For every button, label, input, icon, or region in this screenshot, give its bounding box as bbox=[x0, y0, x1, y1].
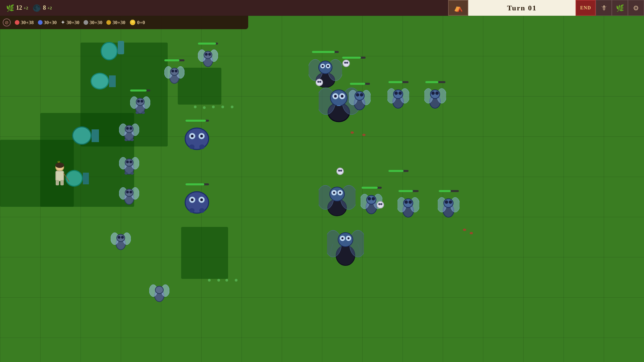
fly-entity-bottom[interactable] bbox=[149, 281, 169, 302]
fly-sprite-3 bbox=[119, 153, 139, 175]
tree-entity-2[interactable] bbox=[91, 73, 116, 89]
stat-coin-value: 0+0 bbox=[137, 20, 145, 25]
ground-item-7 bbox=[217, 279, 220, 282]
svg-point-28 bbox=[126, 191, 129, 193]
turn-label: Turn 01 bbox=[468, 0, 576, 16]
bigfly-entity-3[interactable] bbox=[327, 224, 364, 267]
svg-line-58 bbox=[64, 173, 69, 182]
svg-point-132 bbox=[445, 200, 448, 204]
svg-point-114 bbox=[333, 192, 335, 194]
svg-point-121 bbox=[372, 197, 375, 200]
svg-point-148 bbox=[337, 168, 343, 175]
bigfly-sprite-2 bbox=[319, 180, 356, 217]
settings-button[interactable]: ⚙ bbox=[628, 0, 644, 16]
svg-point-64 bbox=[189, 144, 195, 149]
leaf-value: 12 bbox=[16, 4, 22, 11]
fly-entity-top[interactable] bbox=[164, 59, 184, 84]
svg-point-72 bbox=[199, 208, 205, 213]
svg-point-107 bbox=[435, 92, 439, 95]
fly-entity-3[interactable] bbox=[119, 153, 139, 175]
resource-area: 🌿 12+2 🌑 8+2 bbox=[0, 3, 448, 13]
ground-item-red-2 bbox=[362, 134, 366, 136]
tree-entity-1[interactable] bbox=[101, 33, 124, 63]
leaf-resource: 🌿 12+2 bbox=[5, 3, 28, 13]
end-label: END bbox=[580, 5, 591, 11]
svg-point-147 bbox=[319, 81, 321, 83]
svg-point-140 bbox=[341, 237, 343, 239]
enemy-fly-3[interactable] bbox=[424, 81, 446, 109]
fly-sprite-5 bbox=[111, 229, 131, 250]
svg-point-15 bbox=[130, 138, 134, 141]
svg-point-115 bbox=[339, 192, 341, 194]
gray-dot bbox=[84, 20, 88, 25]
fly-entity-1[interactable] bbox=[130, 89, 150, 114]
enemy-fly-6[interactable] bbox=[438, 190, 460, 218]
bigfly-sprite-1 bbox=[309, 54, 342, 87]
ground-item-8 bbox=[225, 279, 228, 282]
tree-sprite-3 bbox=[72, 126, 99, 145]
fly-entity-5[interactable] bbox=[111, 229, 131, 250]
red-dot bbox=[15, 20, 19, 25]
svg-point-150 bbox=[340, 170, 342, 172]
svg-point-46 bbox=[205, 53, 208, 56]
fly-entity-center-top[interactable] bbox=[198, 43, 218, 67]
stat-gray-value: 30+30 bbox=[90, 20, 103, 25]
blob-entity-1[interactable] bbox=[183, 120, 211, 151]
fly-entity-4[interactable] bbox=[119, 183, 139, 205]
svg-point-144 bbox=[346, 62, 348, 64]
hero-entity[interactable]: ♛ bbox=[50, 160, 70, 187]
bigfly-entity-2[interactable] bbox=[319, 180, 356, 217]
svg-point-51 bbox=[155, 286, 163, 294]
seed-resource: 🌑 8+2 bbox=[32, 3, 52, 13]
stat-blue-value: 30+30 bbox=[44, 20, 57, 25]
seed-value: 8 bbox=[43, 4, 46, 11]
tree-entity-3[interactable] bbox=[72, 126, 99, 145]
end-turn-button[interactable]: END bbox=[576, 0, 596, 16]
camp-button[interactable]: ⛺ bbox=[448, 0, 468, 16]
enemy-fly-1[interactable] bbox=[349, 83, 371, 111]
enemy-fly-sprite-6 bbox=[438, 193, 460, 218]
game-canvas[interactable]: ♛ bbox=[0, 16, 644, 362]
ground-item-4 bbox=[221, 106, 224, 108]
small-creature-4[interactable] bbox=[376, 200, 385, 209]
svg-point-95 bbox=[360, 93, 363, 97]
svg-point-12 bbox=[126, 127, 129, 130]
enemy-fly-sprite-2 bbox=[387, 84, 409, 109]
seed-icon: 🌑 bbox=[32, 3, 42, 13]
svg-point-94 bbox=[356, 93, 359, 97]
enemy-fly-sprite-5 bbox=[397, 193, 419, 218]
small-creature-2[interactable] bbox=[315, 78, 324, 87]
bigfly-entity-1[interactable] bbox=[309, 51, 342, 87]
small-creature-1[interactable] bbox=[341, 59, 351, 68]
coin-icon: 🪙 bbox=[129, 19, 136, 25]
stat-blue: 30+30 bbox=[38, 20, 57, 25]
svg-point-65 bbox=[199, 144, 205, 149]
hero-button[interactable]: 🗡 bbox=[596, 0, 612, 16]
seed-bonus: +2 bbox=[47, 5, 52, 11]
svg-rect-57 bbox=[60, 180, 64, 185]
svg-point-63 bbox=[200, 135, 203, 137]
enemy-fly-5[interactable] bbox=[397, 190, 419, 218]
top-bar: 🌿 12+2 🌑 8+2 ⛺ Turn 01 END 🗡 🌿 ⚙ bbox=[0, 0, 644, 16]
svg-point-29 bbox=[129, 191, 132, 193]
stat-coin: 🪙 0+0 bbox=[129, 19, 145, 25]
svg-point-35 bbox=[121, 236, 124, 239]
svg-point-22 bbox=[124, 172, 128, 175]
nature-button[interactable]: 🌿 bbox=[612, 0, 628, 16]
fly-entity-2[interactable] bbox=[119, 120, 139, 141]
star-icon: ✦ bbox=[61, 19, 65, 25]
blob-entity-2[interactable] bbox=[183, 183, 211, 215]
svg-point-151 bbox=[377, 201, 384, 208]
svg-point-70 bbox=[200, 198, 203, 201]
small-creature-3[interactable] bbox=[335, 167, 345, 176]
svg-point-126 bbox=[405, 200, 408, 204]
ground-item-2 bbox=[203, 106, 206, 109]
svg-point-133 bbox=[449, 200, 452, 204]
leaf-icon: 🌿 bbox=[5, 3, 15, 13]
svg-point-153 bbox=[380, 203, 382, 205]
svg-point-145 bbox=[316, 79, 323, 86]
fly-sprite-1 bbox=[130, 93, 150, 114]
enemy-fly-2[interactable] bbox=[387, 81, 409, 109]
fly-sprite-2 bbox=[119, 120, 139, 141]
svg-point-66 bbox=[185, 192, 209, 213]
